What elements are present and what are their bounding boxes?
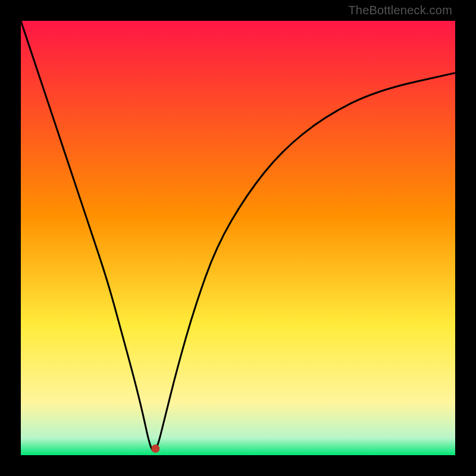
optimal-point-marker [151, 444, 159, 453]
chart-svg [21, 21, 455, 455]
outer-frame: TheBottleneck.com [0, 0, 476, 476]
gradient-background [21, 21, 455, 455]
watermark-text: TheBottleneck.com [348, 4, 452, 17]
chart-plot-area [21, 21, 455, 455]
